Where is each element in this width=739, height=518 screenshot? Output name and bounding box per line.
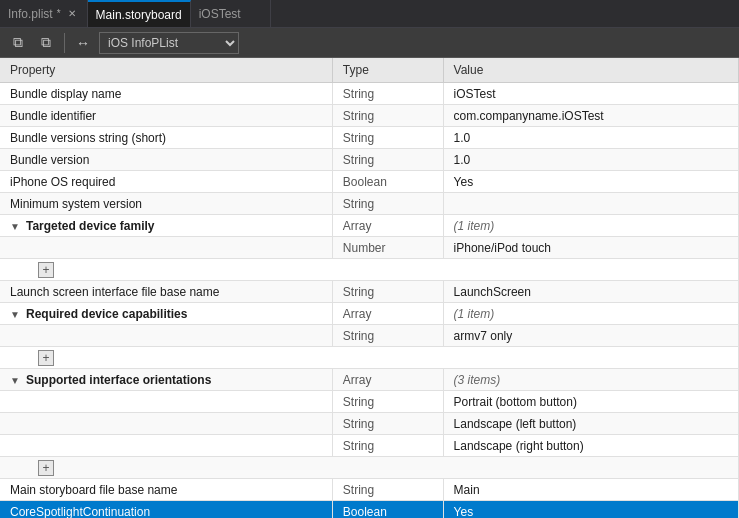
- property-cell: Main storyboard file base name: [0, 479, 332, 501]
- property-label: Bundle identifier: [10, 109, 96, 123]
- table-row[interactable]: Launch screen interface file base nameSt…: [0, 281, 739, 303]
- table-row[interactable]: iPhone OS requiredBooleanYes: [0, 171, 739, 193]
- type-cell: String: [332, 281, 443, 303]
- table-row[interactable]: ▼Targeted device familyArray(1 item): [0, 215, 739, 237]
- property-label: Required device capabilities: [26, 307, 187, 321]
- tab-info-plist-close[interactable]: ✕: [65, 7, 79, 21]
- table-row[interactable]: StringPortrait (bottom button): [0, 391, 739, 413]
- property-label: Supported interface orientations: [26, 373, 211, 387]
- value-cell[interactable]: (1 item): [443, 303, 738, 325]
- add-item-button[interactable]: +: [38, 350, 54, 366]
- property-cell: ▼Required device capabilities: [0, 303, 332, 325]
- type-cell: String: [332, 127, 443, 149]
- type-cell: String: [332, 479, 443, 501]
- property-cell: [0, 237, 332, 259]
- property-label: iPhone OS required: [10, 175, 115, 189]
- tab-bar: Info.plist * ✕ Main.storyboard iOSTest: [0, 0, 739, 28]
- property-cell: Bundle display name: [0, 83, 332, 105]
- value-cell[interactable]: armv7 only: [443, 325, 738, 347]
- property-cell: [0, 391, 332, 413]
- value-cell[interactable]: iOSTest: [443, 83, 738, 105]
- property-cell: Minimum system version: [0, 193, 332, 215]
- table-row[interactable]: ▼Required device capabilitiesArray(1 ite…: [0, 303, 739, 325]
- value-cell[interactable]: 1.0: [443, 149, 738, 171]
- table-row[interactable]: ▼Supported interface orientationsArray(3…: [0, 369, 739, 391]
- table-row[interactable]: Main storyboard file base nameStringMain: [0, 479, 739, 501]
- type-cell: String: [332, 413, 443, 435]
- table-row[interactable]: CoreSpotlightContinuationBooleanYes: [0, 501, 739, 519]
- tab-main-storyboard-label: Main.storyboard: [96, 8, 182, 22]
- property-cell: Launch screen interface file base name: [0, 281, 332, 303]
- table-row[interactable]: Stringarmv7 only: [0, 325, 739, 347]
- table-row[interactable]: Bundle identifierStringcom.companyname.i…: [0, 105, 739, 127]
- type-cell: String: [332, 193, 443, 215]
- value-cell[interactable]: Yes: [443, 171, 738, 193]
- type-cell: String: [332, 325, 443, 347]
- tab-info-plist[interactable]: Info.plist * ✕: [0, 0, 88, 27]
- table-row[interactable]: StringLandscape (right button): [0, 435, 739, 457]
- value-cell[interactable]: Landscape (right button): [443, 435, 738, 457]
- property-cell: ▼Supported interface orientations: [0, 369, 332, 391]
- value-cell[interactable]: LaunchScreen: [443, 281, 738, 303]
- type-cell: Boolean: [332, 171, 443, 193]
- property-cell: Bundle versions string (short): [0, 127, 332, 149]
- expand-icon[interactable]: ▼: [10, 375, 22, 387]
- table-row[interactable]: +: [0, 259, 739, 281]
- paste-button[interactable]: ⧉: [34, 31, 58, 55]
- property-label: Targeted device family: [26, 219, 155, 233]
- value-cell[interactable]: Portrait (bottom button): [443, 391, 738, 413]
- property-label: Launch screen interface file base name: [10, 285, 219, 299]
- tab-main-storyboard[interactable]: Main.storyboard: [88, 0, 191, 27]
- type-cell: String: [332, 105, 443, 127]
- type-cell: String: [332, 435, 443, 457]
- table-row[interactable]: Minimum system versionString: [0, 193, 739, 215]
- tab-ios-test[interactable]: iOSTest: [191, 0, 271, 27]
- type-cell: Boolean: [332, 501, 443, 519]
- add-item-button[interactable]: +: [38, 460, 54, 476]
- table-row[interactable]: +: [0, 347, 739, 369]
- type-cell: Array: [332, 303, 443, 325]
- property-cell: [0, 435, 332, 457]
- value-cell[interactable]: 1.0: [443, 127, 738, 149]
- type-cell: String: [332, 391, 443, 413]
- value-cell[interactable]: com.companyname.iOSTest: [443, 105, 738, 127]
- property-cell: ▼Targeted device family: [0, 215, 332, 237]
- value-cell[interactable]: Landscape (left button): [443, 413, 738, 435]
- table-row[interactable]: NumberiPhone/iPod touch: [0, 237, 739, 259]
- property-label: Minimum system version: [10, 197, 142, 211]
- table-row[interactable]: Bundle versions string (short)String1.0: [0, 127, 739, 149]
- scheme-dropdown[interactable]: iOS InfoPList: [99, 32, 239, 54]
- table-row[interactable]: StringLandscape (left button): [0, 413, 739, 435]
- add-item-cell: +: [0, 347, 739, 369]
- table-row[interactable]: Bundle display nameStringiOSTest: [0, 83, 739, 105]
- expand-icon[interactable]: ▼: [10, 309, 22, 321]
- value-cell[interactable]: (1 item): [443, 215, 738, 237]
- property-label: Bundle version: [10, 153, 89, 167]
- property-cell: Bundle identifier: [0, 105, 332, 127]
- type-cell: Array: [332, 369, 443, 391]
- value-cell[interactable]: [443, 193, 738, 215]
- property-label: Bundle display name: [10, 87, 121, 101]
- expand-icon[interactable]: ▼: [10, 221, 22, 233]
- add-item-button[interactable]: +: [38, 262, 54, 278]
- property-table: Property Type Value Bundle display nameS…: [0, 58, 739, 518]
- type-cell: String: [332, 83, 443, 105]
- add-item-cell: +: [0, 259, 739, 281]
- value-cell[interactable]: iPhone/iPod touch: [443, 237, 738, 259]
- link-button[interactable]: ↔: [71, 31, 95, 55]
- table-row[interactable]: +: [0, 457, 739, 479]
- property-cell: iPhone OS required: [0, 171, 332, 193]
- value-cell[interactable]: Main: [443, 479, 738, 501]
- type-cell: Array: [332, 215, 443, 237]
- property-label: CoreSpotlightContinuation: [10, 505, 150, 519]
- property-cell: CoreSpotlightContinuation: [0, 501, 332, 519]
- value-cell[interactable]: Yes: [443, 501, 738, 519]
- property-cell: [0, 325, 332, 347]
- value-cell[interactable]: (3 items): [443, 369, 738, 391]
- table-header-row: Property Type Value: [0, 58, 739, 83]
- copy-button[interactable]: ⧉: [6, 31, 30, 55]
- type-cell: String: [332, 149, 443, 171]
- tab-modified-indicator: *: [57, 8, 61, 19]
- table-row[interactable]: Bundle versionString1.0: [0, 149, 739, 171]
- property-label: Bundle versions string (short): [10, 131, 166, 145]
